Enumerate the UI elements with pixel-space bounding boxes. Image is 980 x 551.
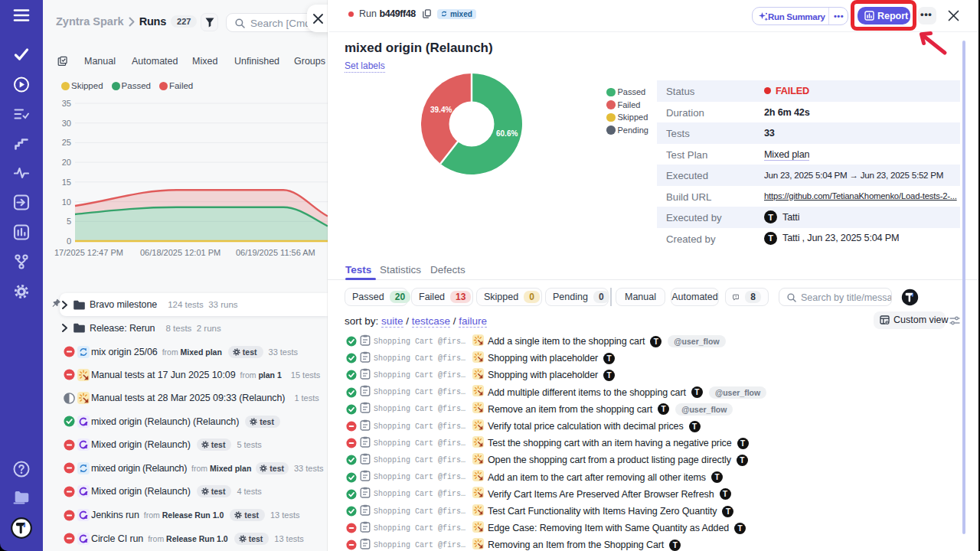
svg-text:60.6%: 60.6% bbox=[496, 129, 518, 138]
svg-text:10: 10 bbox=[62, 197, 71, 207]
svg-text:39.4%: 39.4% bbox=[430, 106, 452, 114]
svg-text:0: 0 bbox=[67, 236, 71, 246]
svg-text:25: 25 bbox=[62, 138, 71, 147]
svg-text:30: 30 bbox=[62, 119, 71, 128]
svg-text:15: 15 bbox=[62, 178, 71, 187]
svg-text:20: 20 bbox=[62, 158, 71, 167]
svg-text:5: 5 bbox=[67, 217, 71, 226]
svg-text:35: 35 bbox=[62, 99, 71, 108]
